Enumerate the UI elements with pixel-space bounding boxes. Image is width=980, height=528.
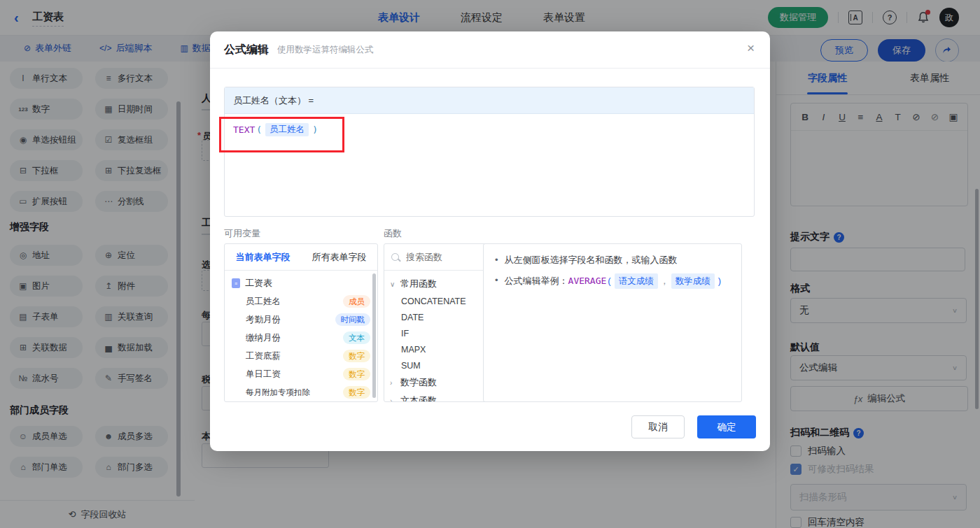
function-item-mapx[interactable]: MAPX <box>384 341 489 357</box>
variable-name: 员工姓名 <box>246 296 281 308</box>
example-function-name: AVERAGE <box>568 274 607 288</box>
function-group-text[interactable]: › 文本函数 <box>384 392 489 402</box>
form-doc-icon: ≡ <box>232 278 240 288</box>
cancel-button[interactable]: 取消 <box>631 415 685 438</box>
variable-row[interactable]: 工资底薪数字 <box>225 347 377 365</box>
tab-all-form-fields[interactable]: 所有表单字段 <box>301 244 377 270</box>
chevron-right-icon: › <box>390 397 397 403</box>
variables-tabs: 当前表单字段 所有表单字段 <box>225 244 377 271</box>
function-group-common[interactable]: ∨ 常用函数 <box>384 275 489 293</box>
type-badge: 时间戳 <box>335 313 371 326</box>
app-root: ‹ 工资表 表单设计 流程设定 表单设置 数据管理 A ? 政 ⊘ 表单外链 <box>0 0 980 528</box>
variable-name: 缴纳月份 <box>246 332 281 344</box>
tree-root-row[interactable]: ≡ 工资表 <box>225 271 377 292</box>
help-line-1: • 从左侧面板选择字段名和函数，或输入函数 <box>495 253 730 267</box>
example-prefix: 公式编辑举例： <box>505 274 568 288</box>
comma: ， <box>660 274 669 288</box>
chevron-right-icon: › <box>390 379 397 387</box>
variable-name: 考勤月份 <box>246 314 281 326</box>
confirm-button[interactable]: 确定 <box>697 415 756 438</box>
variable-name: 工资底薪 <box>246 350 281 362</box>
type-badge: 数字 <box>343 386 370 399</box>
example-chip-2: 数学成绩 <box>671 273 715 289</box>
paren-open: ( <box>608 274 610 288</box>
function-item-date[interactable]: DATE <box>384 309 489 325</box>
variable-row[interactable]: 员工姓名成员 <box>225 292 377 311</box>
function-group-label: 常用函数 <box>400 278 437 290</box>
available-vars-label: 可用变量 <box>224 227 260 240</box>
bullet-icon: • <box>495 273 498 287</box>
modal-footer: 取消 确定 <box>631 415 756 438</box>
function-item-sum[interactable]: SUM <box>384 357 489 373</box>
function-item-concatenate[interactable]: CONCATENATE <box>384 293 489 309</box>
chevron-down-icon: ∨ <box>390 280 397 288</box>
search-icon <box>391 253 399 261</box>
modal-title: 公式编辑 <box>224 43 269 57</box>
type-badge: 成员 <box>343 295 370 308</box>
example-chip-1: 语文成绩 <box>615 273 658 289</box>
formula-help-panel: • 从左侧面板选择字段名和函数，或输入函数 • 公式编辑举例： AVERAGE … <box>483 243 742 402</box>
functions-label: 函数 <box>384 227 402 240</box>
type-badge: 数字 <box>343 368 370 380</box>
tab-current-form-fields[interactable]: 当前表单字段 <box>225 244 301 270</box>
function-group-label: 文本函数 <box>400 394 437 402</box>
variable-row[interactable]: 单日工资数字 <box>225 365 377 383</box>
function-group-math[interactable]: › 数学函数 <box>384 373 489 392</box>
tree-root-label: 工资表 <box>245 277 272 290</box>
help-line-2: • 公式编辑举例： AVERAGE ( 语文成绩 ， 数学成绩 ) <box>495 273 730 289</box>
variable-row[interactable]: 每月附加专项扣除数字 <box>225 383 377 401</box>
function-search-input[interactable] <box>405 251 477 263</box>
type-badge: 文本 <box>343 331 370 344</box>
formula-target-bar: 员工姓名（文本） = <box>225 87 754 114</box>
formula-edit-modal: 公式编辑 使用数学运算符编辑公式 × 员工姓名（文本） = TEXT ( 员工姓… <box>210 31 770 451</box>
paren-close: ) <box>718 274 721 288</box>
modal-header: 公式编辑 使用数学运算符编辑公式 <box>210 31 770 69</box>
function-item-if[interactable]: IF <box>384 325 489 341</box>
close-icon[interactable]: × <box>747 41 755 55</box>
red-highlight-box <box>219 117 344 152</box>
variables-panel: 当前表单字段 所有表单字段 ≡ 工资表 员工姓名成员 考勤月份时间戳 缴纳月份文… <box>224 243 378 402</box>
variable-name: 单日工资 <box>246 369 281 380</box>
variables-scrollbar[interactable] <box>372 273 376 398</box>
type-badge: 数字 <box>343 350 370 362</box>
function-tree: ∨ 常用函数 CONCATENATE DATE IF MAPX SUM › 数学… <box>384 271 489 402</box>
bullet-icon: • <box>495 253 498 267</box>
variable-row[interactable]: 缴纳月份文本 <box>225 329 377 347</box>
variable-row[interactable]: 考勤月份时间戳 <box>225 311 377 329</box>
functions-panel: ∨ 常用函数 CONCATENATE DATE IF MAPX SUM › 数学… <box>384 243 490 402</box>
function-search-row <box>384 244 489 271</box>
modal-subtitle: 使用数学运算符编辑公式 <box>277 44 374 56</box>
variable-name: 每月附加专项扣除 <box>246 387 310 398</box>
function-group-label: 数学函数 <box>400 376 437 389</box>
